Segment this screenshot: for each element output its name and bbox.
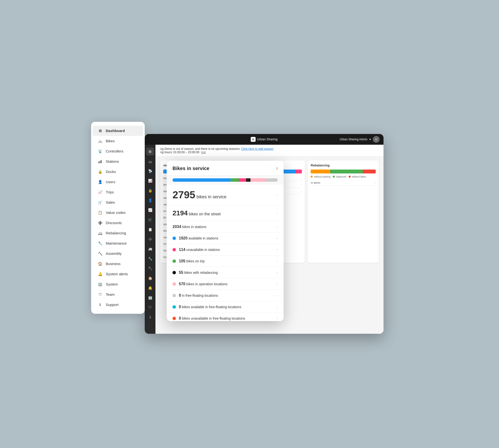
discount-icon: ➕	[97, 220, 103, 225]
icon-discounts[interactable]: ➕	[146, 235, 154, 243]
black-dot	[173, 271, 176, 274]
modal-row-left: 570 bikes in operation locations	[173, 282, 227, 286]
bikes-in-stations-label: bikes in stations	[182, 225, 206, 229]
bikes-in-service-count: 2795	[173, 189, 195, 200]
icon-business[interactable]: 🏠	[146, 274, 154, 282]
sidebar-item-trips[interactable]: 📈 Trips	[93, 187, 143, 197]
modal-row-left: 1920 available in stations	[173, 236, 218, 240]
available-free-floating-count: 0	[179, 305, 181, 309]
unavailable-free-floating-text: 0 bikes unavailable in free-floating loc…	[179, 316, 245, 320]
icon-system[interactable]: 🏢	[146, 294, 154, 302]
icon-controllers[interactable]: 📡	[146, 167, 154, 175]
unavailable-free-floating-label: bikes unavailable in free-floating locat…	[182, 317, 245, 320]
sidebar-label-system-alerts: System alerts	[106, 272, 128, 276]
modal-row-bikes-in-service[interactable]: 2795 bikes in service ›	[167, 185, 284, 205]
sidebar-item-support[interactable]: ℹ Support	[93, 300, 143, 310]
modal-row-bikes-on-street[interactable]: 2194 bikes on the street ›	[167, 205, 284, 221]
bikes-in-service-modal: Bikes in service ℹ	[167, 161, 284, 321]
sidebar-item-rebalancing[interactable]: 🚐 Rebalancing	[93, 228, 143, 238]
home-icon: 🏠	[97, 261, 103, 267]
chevron-right-icon: ›	[276, 294, 278, 297]
icon-dashboard[interactable]: ⊞	[146, 148, 154, 155]
modal-row-bikes-in-operation[interactable]: 570 bikes in operation locations ›	[167, 278, 284, 290]
sidebar-item-stations[interactable]: Stations	[93, 156, 143, 167]
signal-icon: 📡	[97, 149, 103, 154]
sidebar-label-controllers: Controllers	[106, 149, 124, 153]
icon-team[interactable]: 🛡	[146, 304, 154, 311]
sidebar-item-bikes[interactable]: 🚲 Bikes	[93, 136, 143, 146]
modal-row-left: 2034 bikes in stations	[173, 224, 206, 229]
sidebar-label-docks: Docks	[106, 170, 116, 174]
icon-assembly[interactable]: 🔨	[146, 265, 154, 272]
icon-docks[interactable]: 🔒	[146, 187, 154, 194]
sidebar-item-value-codes[interactable]: 📋 Value codes	[93, 208, 143, 218]
icon-stations[interactable]: 📊	[146, 177, 154, 185]
sidebar-label-users: Users	[106, 180, 115, 184]
list-icon: 📋	[97, 210, 103, 215]
unavailable-free-floating-count: 0	[179, 316, 181, 320]
bell-icon: 🔔	[97, 271, 103, 277]
chevron-right-icon: ›	[276, 282, 278, 286]
chevron-right-icon: ›	[276, 236, 278, 240]
sidebar-label-maintenance: Maintenance	[106, 241, 127, 245]
modal-row-unavailable-free-floating[interactable]: 0 bikes unavailable in free-floating loc…	[167, 313, 284, 321]
modal-row-bikes-on-trip[interactable]: 105 bikes on trip ›	[167, 256, 284, 267]
sidebar-item-users[interactable]: 👤 Users	[93, 177, 143, 187]
svg-rect-2	[101, 160, 102, 163]
sidebar-item-assembly[interactable]: 🔨 Assembly	[93, 248, 143, 259]
modal-row-available-in-stations[interactable]: 1920 available in stations ›	[167, 233, 284, 244]
bikes-in-operation-text: 570 bikes in operation locations	[179, 282, 227, 286]
modal-row-in-free-floating[interactable]: 0 in free-floating locations ›	[167, 290, 284, 301]
bikes-on-trip-label: bikes on trip	[186, 259, 205, 263]
sidebar-item-controllers[interactable]: 📡 Controllers	[93, 146, 143, 156]
modal-rows: 2795 bikes in service › 2194 bikes on th…	[167, 185, 284, 321]
svg-rect-0	[98, 161, 99, 163]
modal-header: Bikes in service ℹ	[167, 161, 284, 176]
sidebar-item-team[interactable]: 🛡 Team	[93, 289, 143, 300]
sidebar-item-maintenance[interactable]: 🔧 Maintenance	[93, 238, 143, 248]
sidebar-item-business[interactable]: 🏠 Business	[93, 259, 143, 269]
sidebar-item-system-alerts[interactable]: 🔔 System alerts	[93, 269, 143, 279]
modal-overlay: Bikes in service ℹ	[154, 127, 384, 334]
icon-sales[interactable]: 🛒	[146, 216, 154, 224]
modal-row-bikes-in-stations[interactable]: 2034 bikes in stations ›	[167, 221, 284, 233]
unavailable-in-stations-label: unavailable in stations	[186, 248, 220, 252]
modal-row-unavailable-in-stations[interactable]: 114 unavailable in stations ›	[167, 244, 284, 256]
modal-row-available-free-floating[interactable]: 0 bikes available in free-floating locat…	[167, 301, 284, 313]
icon-value-codes[interactable]: 📋	[146, 225, 154, 233]
sidebar-item-system[interactable]: 🏢 System	[93, 279, 143, 289]
icon-rebalancing[interactable]: 🚐	[146, 245, 154, 253]
modal-row-left: 2194 bikes on the street	[173, 209, 221, 217]
pink-dot	[173, 248, 176, 251]
icon-alerts[interactable]: 🔔	[146, 284, 154, 292]
modal-row-bikes-with-rebalancing[interactable]: 55 bikes with rebalancing ›	[167, 267, 284, 278]
icon-support[interactable]: ℹ	[146, 313, 154, 321]
hammer-icon: 🔨	[97, 251, 103, 256]
chevron-right-icon: ›	[276, 225, 278, 229]
sidebar-item-dashboard[interactable]: ⊞ Dashboard	[93, 126, 143, 136]
bikes-on-street-label: bikes on the street	[189, 212, 221, 216]
bikes-in-service-text: 2795 bikes in service	[173, 189, 226, 201]
bikes-on-trip-count: 105	[179, 259, 185, 263]
stations-icon	[97, 159, 103, 164]
modal-row-left: 0 in free-floating locations	[173, 293, 218, 298]
available-in-stations-label: available in stations	[188, 236, 218, 240]
sidebar-item-docks[interactable]: 🔒 Docks	[93, 167, 143, 177]
bikes-on-street-count: 2194	[173, 209, 188, 217]
icon-users[interactable]: 👤	[146, 196, 154, 204]
icon-bikes[interactable]: 🚲	[146, 157, 154, 165]
sidebar-label-discounts: Discounts	[106, 221, 122, 225]
modal-info-icon: ℹ	[276, 166, 278, 171]
modal-row-left: 55 bikes with rebalancing	[173, 271, 218, 275]
icon-maintenance[interactable]: 🔧	[146, 255, 154, 263]
available-in-stations-count: 1920	[179, 236, 188, 240]
icon-trips[interactable]: 📈	[146, 206, 154, 214]
lock-icon: 🔒	[97, 169, 103, 175]
sidebar-item-discounts[interactable]: ➕ Discounts	[93, 218, 143, 228]
unavailable-in-stations-count: 114	[179, 248, 185, 252]
sidebar-label-business: Business	[106, 262, 121, 266]
sidebar-label-dashboard: Dashboard	[106, 129, 125, 133]
sidebar-item-sales[interactable]: 🛒 Sales	[93, 197, 143, 208]
bikes-with-rebalancing-label: bikes with rebalancing	[184, 271, 218, 274]
chevron-right-icon: ›	[276, 305, 278, 309]
